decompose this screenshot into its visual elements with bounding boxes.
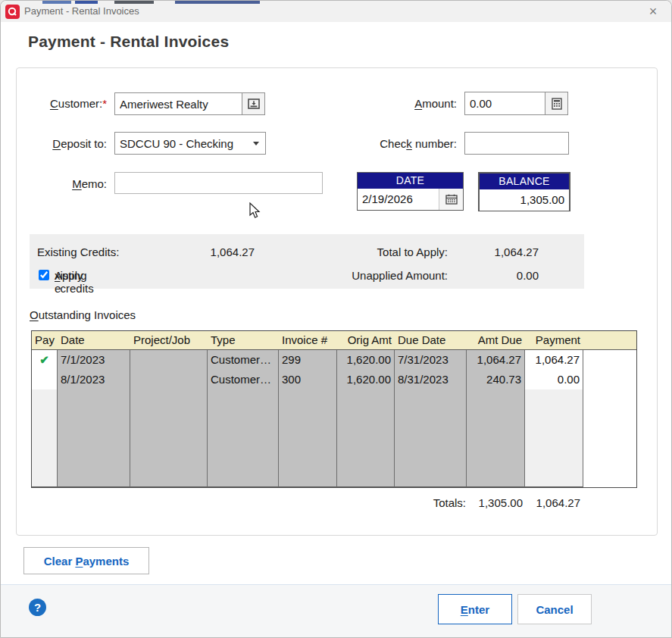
total-to-apply-label: Total to Apply: [334,246,448,258]
app-icon [5,5,20,19]
mouse-cursor [249,202,261,219]
date-box: DATE 2/19/2026 [357,172,464,211]
table-row[interactable]: ✔ 7/1/2023 Customer… 299 1,620.00 7/31/2… [32,350,636,370]
col-date[interactable]: Date [58,331,130,349]
cell-date: 8/1/2023 [58,370,130,389]
table-row[interactable]: 8/1/2023 Customer… 300 1,620.00 8/31/202… [32,370,636,389]
deposit-to-label: Deposit to: [16,137,107,150]
background-window-artifact [175,1,260,4]
memo-input[interactable] [114,172,323,194]
col-amt-due[interactable]: Amt Due [467,331,525,349]
deposit-to-select[interactable]: SDCCU 90 - Checking [114,132,266,155]
amount-label: Amount: [342,97,457,110]
totals-amt-due: 1,305.00 [467,496,523,509]
cell-type: Customer… [208,350,279,370]
balance-header: BALANCE [480,174,569,189]
cell-invoice: 300 [279,370,337,389]
date-header: DATE [358,173,463,189]
outstanding-invoices-label: Outstanding Invoices [30,308,136,321]
cell-payment[interactable]: 0.00 [525,370,583,389]
help-button[interactable]: ? [29,599,46,616]
total-to-apply-value: 1,064.27 [470,246,539,258]
col-project[interactable]: Project/Job [130,331,208,349]
existing-credits-value: 1,064.27 [175,246,255,258]
background-window-artifact [114,1,154,4]
cell-payment[interactable]: 1,064.27 [525,350,583,370]
balance-value: 1,305.00 [480,189,569,211]
calculator-button[interactable] [545,92,568,115]
col-due-date[interactable]: Due Date [395,331,467,349]
apply-credits-label: Apply existing credits [55,269,61,282]
calculator-icon [552,98,562,110]
payment-dialog: Payment - Rental Invoices × Payment - Re… [0,0,672,638]
col-spacer [583,331,636,349]
window-titlebar: Payment - Rental Invoices × [1,1,671,22]
customer-open-list-button[interactable] [242,92,265,115]
cell-invoice: 299 [279,350,337,370]
cell-amt-due: 1,064.27 [467,350,525,370]
enter-button[interactable]: Enter [438,594,512,624]
col-pay[interactable]: Pay [32,331,58,349]
amount-input[interactable] [464,92,545,115]
cell-orig-amt: 1,620.00 [337,350,395,370]
page-title: Payment - Rental Invoices [28,33,229,51]
close-button[interactable]: × [644,3,662,20]
cancel-button[interactable]: Cancel [517,594,592,624]
calendar-icon [445,194,458,205]
q-logo-icon [8,7,17,17]
invoices-table: Pay Date Project/Job Type Invoice # Orig… [31,330,637,488]
pay-checkmark-icon[interactable]: ✔ [39,353,49,366]
chevron-down-icon [253,142,259,145]
cell-date: 7/1/2023 [58,350,130,370]
cell-orig-amt: 1,620.00 [337,370,395,389]
deposit-to-value: SDCCU 90 - Checking [120,137,233,150]
date-input[interactable]: 2/19/2026 [358,189,439,210]
calendar-button[interactable] [439,189,463,210]
customer-label: Customer:* [16,97,107,110]
check-number-input[interactable] [464,132,569,155]
background-window-artifact [75,1,98,4]
window-title: Payment - Rental Invoices [24,5,139,17]
totals-label: Totals: [394,496,466,509]
col-payment[interactable]: Payment [525,331,583,349]
apply-credits-checkbox[interactable] [39,270,49,280]
cell-amt-due: 240.73 [467,370,525,389]
cell-due-date: 7/31/2023 [395,350,467,370]
customer-input[interactable] [114,92,242,115]
cell-project [130,370,208,389]
required-asterisk: * [102,97,107,110]
table-empty-area [32,389,636,487]
totals-payment: 1,064.27 [526,496,580,509]
table-header: Pay Date Project/Job Type Invoice # Orig… [32,331,636,350]
unapplied-amount-label: Unapplied Amount: [334,269,448,282]
existing-credits-label: Existing Credits: [37,246,119,258]
unapplied-amount-value: 0.00 [470,269,539,282]
balance-box: BALANCE 1,305.00 [478,172,570,211]
col-invoice[interactable]: Invoice # [279,331,337,349]
col-orig-amt[interactable]: Orig Amt [337,331,395,349]
open-list-icon [248,99,260,109]
question-icon: ? [34,601,41,614]
cell-project [130,350,208,370]
clear-payments-button[interactable]: Clear Payments [23,547,149,574]
check-number-label: Check number: [342,137,457,150]
cell-due-date: 8/31/2023 [395,370,467,389]
memo-label: Memo: [16,177,107,190]
cell-type: Customer… [208,370,279,389]
close-icon: × [649,4,658,19]
credits-panel: Existing Credits: 1,064.27 Total to Appl… [30,234,584,289]
background-window-artifact [42,1,71,4]
col-type[interactable]: Type [208,331,279,349]
